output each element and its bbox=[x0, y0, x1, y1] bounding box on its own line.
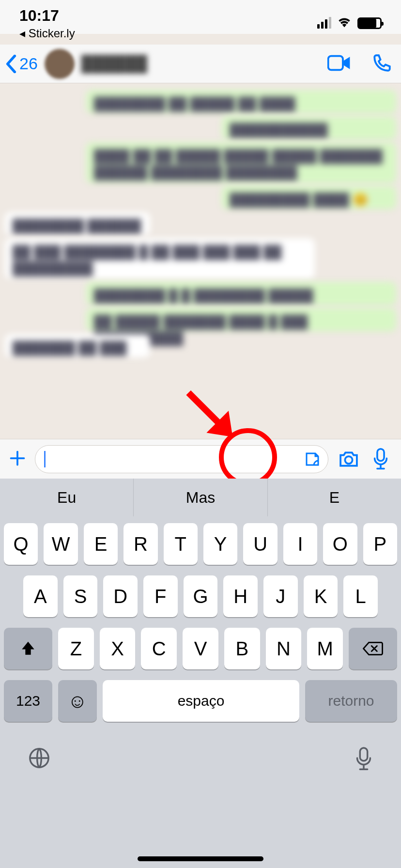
key-r[interactable]: R bbox=[123, 523, 157, 565]
sent-message[interactable]: ████ ██ ██ █████ █████ █████ ███████ ███… bbox=[86, 142, 396, 183]
key-t[interactable]: T bbox=[164, 523, 198, 565]
key-a[interactable]: A bbox=[23, 575, 58, 617]
space-key[interactable]: espaço bbox=[103, 680, 299, 722]
svg-point-1 bbox=[345, 456, 352, 464]
dictation-icon[interactable] bbox=[355, 747, 373, 773]
cellular-signal-icon bbox=[317, 18, 331, 29]
keyboard: QWERTYUIOP ASDFGHJKL ZXCVBNM 123 ☺ espaç… bbox=[0, 516, 401, 868]
globe-icon[interactable] bbox=[28, 747, 50, 773]
predictive-bar: Eu Mas E bbox=[0, 479, 401, 516]
key-f[interactable]: F bbox=[143, 575, 178, 617]
sent-message[interactable]: ████████ ██ █████ ██ ████ bbox=[86, 90, 396, 113]
microphone-button[interactable] bbox=[369, 448, 392, 471]
wifi-icon bbox=[337, 16, 352, 31]
contact-avatar[interactable] bbox=[45, 49, 75, 79]
svg-rect-4 bbox=[360, 748, 367, 761]
camera-button[interactable] bbox=[337, 448, 360, 471]
status-time: 10:17 bbox=[19, 7, 59, 25]
key-j[interactable]: J bbox=[263, 575, 298, 617]
key-g[interactable]: G bbox=[184, 575, 218, 617]
sent-message[interactable]: ██ █████ ███████ ████ █ ███ ██████████ bbox=[86, 308, 396, 331]
sent-message[interactable]: ███████████ bbox=[222, 116, 396, 140]
numbers-key[interactable]: 123 bbox=[4, 680, 52, 722]
key-e[interactable]: E bbox=[84, 523, 118, 565]
key-d[interactable]: D bbox=[103, 575, 138, 617]
voice-call-icon[interactable] bbox=[372, 53, 392, 75]
key-u[interactable]: U bbox=[243, 523, 277, 565]
key-n[interactable]: N bbox=[266, 628, 302, 669]
chat-header: 26 ██████ bbox=[0, 45, 401, 83]
message-input[interactable] bbox=[35, 445, 328, 473]
received-message[interactable]: ████████ ██████ bbox=[5, 212, 150, 235]
return-key[interactable]: retorno bbox=[305, 680, 397, 722]
message-input-bar bbox=[0, 439, 401, 479]
battery-icon bbox=[357, 17, 382, 29]
attach-button[interactable] bbox=[9, 448, 26, 470]
key-w[interactable]: W bbox=[44, 523, 77, 565]
video-call-icon[interactable] bbox=[327, 55, 351, 73]
key-l[interactable]: L bbox=[343, 575, 378, 617]
key-b[interactable]: B bbox=[224, 628, 260, 669]
key-s[interactable]: S bbox=[63, 575, 98, 617]
contact-name[interactable]: ██████ bbox=[81, 55, 327, 73]
key-x[interactable]: X bbox=[100, 628, 136, 669]
backspace-key[interactable] bbox=[349, 628, 397, 669]
key-v[interactable]: V bbox=[183, 628, 218, 669]
key-h[interactable]: H bbox=[223, 575, 258, 617]
status-icons bbox=[317, 16, 382, 31]
chat-messages[interactable]: ████████ ██ █████ ██ ███████████████████… bbox=[0, 83, 401, 439]
shift-key[interactable] bbox=[4, 628, 52, 669]
key-c[interactable]: C bbox=[141, 628, 177, 669]
key-z[interactable]: Z bbox=[58, 628, 94, 669]
key-p[interactable]: P bbox=[363, 523, 397, 565]
predictive-suggestion-1[interactable]: Eu bbox=[0, 479, 134, 516]
home-indicator[interactable] bbox=[138, 856, 263, 861]
key-o[interactable]: O bbox=[323, 523, 357, 565]
text-cursor bbox=[44, 451, 46, 467]
predictive-suggestion-2[interactable]: Mas bbox=[134, 479, 267, 516]
key-y[interactable]: Y bbox=[203, 523, 237, 565]
key-q[interactable]: Q bbox=[4, 523, 38, 565]
key-k[interactable]: K bbox=[304, 575, 338, 617]
unread-count: 26 bbox=[19, 54, 38, 73]
emoji-key[interactable]: ☺ bbox=[58, 680, 97, 722]
predictive-suggestion-3[interactable]: E bbox=[268, 479, 401, 516]
svg-rect-2 bbox=[377, 449, 384, 461]
back-to-app[interactable]: ◂ Sticker.ly bbox=[19, 27, 75, 40]
sticker-button[interactable] bbox=[302, 449, 323, 470]
status-bar: 10:17 ◂ Sticker.ly bbox=[0, 0, 401, 34]
back-button[interactable]: 26 bbox=[6, 54, 38, 73]
sent-message[interactable]: ████████ █ █ ████████ █████ bbox=[86, 282, 396, 305]
key-m[interactable]: M bbox=[307, 628, 343, 669]
svg-rect-0 bbox=[328, 56, 343, 70]
sent-message[interactable]: █████████ ████ 😊 bbox=[222, 186, 396, 209]
key-i[interactable]: I bbox=[283, 523, 317, 565]
received-message[interactable]: ██ ███ ████████ █ ██ ███ ███ ███ ██ ████… bbox=[5, 238, 315, 279]
received-message[interactable]: ███████ ██ ███ bbox=[5, 334, 150, 357]
